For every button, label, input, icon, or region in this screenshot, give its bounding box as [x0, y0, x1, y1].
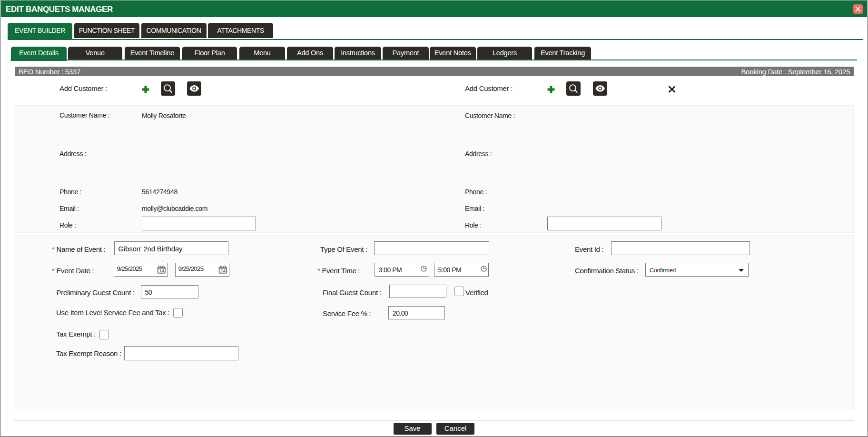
svg-text:14: 14	[159, 268, 164, 273]
svg-text:14: 14	[220, 268, 226, 273]
